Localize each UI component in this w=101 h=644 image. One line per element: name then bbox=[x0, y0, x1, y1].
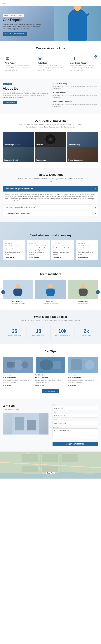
tip-card-2: Post 4 Headline Post 4 Headline Sample s… bbox=[68, 357, 98, 386]
faq-chevron-1: ∨ bbox=[95, 206, 96, 208]
faq-question-0[interactable]: Shockabsorber Repair through the lift? ∧ bbox=[3, 186, 98, 192]
tips-button-area: LEARN MORE bbox=[3, 389, 98, 393]
svg-rect-48 bbox=[62, 454, 78, 462]
testimonial-author-2: Sam Perry bbox=[53, 256, 72, 258]
expertise-grid: Filter Change Service Tire Care Power St… bbox=[3, 132, 98, 162]
tip-read-1[interactable]: READ MORE bbox=[35, 385, 44, 386]
about-item-2: Leading Auto Specialist Sample click. Cl… bbox=[52, 101, 98, 108]
expertise-item-5: Engine Diagnostics bbox=[67, 147, 98, 162]
stats-grid: 25 Years of experience 18 Amazing employ… bbox=[3, 326, 98, 339]
form-name-input[interactable] bbox=[53, 406, 98, 410]
special-title: What Makes Us Special bbox=[3, 315, 98, 318]
stat-label-0: Years of experience bbox=[5, 334, 24, 336]
stat-number-0: 25 bbox=[5, 328, 24, 334]
svg-point-3 bbox=[39, 58, 41, 59]
about-item-title-0: Modern Workshop bbox=[52, 83, 98, 85]
quote-icon: " bbox=[3, 229, 98, 233]
about-left: ABOUT US About Us Sample click. Click to… bbox=[3, 83, 49, 110]
tip-desc-0: Sample small text: Lorem ipsum dolor sit… bbox=[3, 379, 33, 383]
menu-icon[interactable]: ☰ bbox=[96, 1, 98, 4]
form-phone-label: Phone bbox=[53, 419, 98, 420]
service-card-2: Auto Glass Repair Sample click. Click to… bbox=[68, 54, 98, 73]
stat-number-2: 10k bbox=[53, 328, 72, 334]
expertise-item-1: Tire Care bbox=[35, 132, 66, 147]
team-role-0: Automotive Technician bbox=[3, 303, 33, 304]
team-next-arrow[interactable]: › bbox=[96, 290, 100, 294]
hero-description: Duis aute irure dolor in reprehenderit i… bbox=[3, 23, 43, 30]
tip-read-0[interactable]: READ MORE bbox=[3, 385, 12, 386]
about-right: Modern Workshop Sample click. Click to s… bbox=[52, 83, 98, 110]
service-card-0: Auto Repair Sample click. Click to selec… bbox=[3, 54, 33, 73]
svg-rect-29 bbox=[53, 361, 61, 369]
testimonials-header: " Read what our customers say bbox=[3, 229, 98, 237]
tip-read-2[interactable]: READ MORE bbox=[68, 385, 77, 386]
form-message-group: Message bbox=[53, 426, 98, 440]
svg-rect-47 bbox=[42, 454, 58, 462]
map-section: New York bbox=[0, 452, 101, 478]
write-title: Write Us bbox=[3, 404, 48, 408]
expertise-sub: Lorem ipsum dolor sit amet, consectetur … bbox=[17, 123, 84, 128]
testimonial-text-3: Proin sed libero enim sed faucibus turpi… bbox=[78, 245, 97, 255]
stat-number-1: 18 bbox=[29, 328, 48, 334]
tip-card-0: Post 4 Headline Post 4 Headline Sample s… bbox=[3, 357, 33, 386]
svg-rect-25 bbox=[7, 362, 15, 368]
testimonials-grid: ★★★★★ Proin sed libero enim sed faucibus… bbox=[3, 240, 98, 260]
svg-rect-20 bbox=[80, 289, 87, 296]
stat-label-1: Amazing employees bbox=[29, 334, 48, 336]
tip-card-1: Post 5 Headline Post 5 Headline Sample s… bbox=[35, 357, 66, 386]
svg-rect-21 bbox=[79, 290, 80, 294]
expertise-label-1: Tire Care bbox=[36, 144, 43, 146]
testimonial-text-2: Proin sed libero enim sed faucibus turpi… bbox=[53, 245, 72, 255]
faq-title: Facts & Questions bbox=[3, 173, 98, 176]
team-prev-arrow[interactable]: ‹ bbox=[1, 290, 5, 294]
form-submit-button[interactable]: SEND YOUR MESSAGE bbox=[53, 442, 98, 446]
hero-button[interactable]: MAKE A CAR INSPECTION bbox=[3, 32, 27, 36]
mechanic-arm bbox=[83, 13, 90, 17]
hero-title: Car Repair bbox=[3, 18, 43, 22]
logo: logo bbox=[3, 2, 6, 4]
form-message-textarea[interactable] bbox=[53, 428, 98, 439]
tip-img-0 bbox=[3, 357, 33, 373]
about-item-desc-0: Sample click. Click to select the Text E… bbox=[52, 85, 98, 90]
tip-img-2 bbox=[68, 357, 98, 373]
testimonial-author-0: Colin Needs bbox=[4, 256, 23, 258]
tips-section: Car Tips Post 4 Headline Post 4 Headline… bbox=[0, 344, 101, 399]
services-title: Our services include bbox=[3, 46, 98, 50]
faq-question-1[interactable]: How does the rectification of defects wo… bbox=[3, 204, 98, 210]
testimonial-card-0: ★★★★★ Proin sed libero enim sed faucibus… bbox=[3, 240, 25, 260]
about-button[interactable]: LEARN MORE bbox=[3, 101, 17, 104]
team-photo-2 bbox=[68, 280, 98, 299]
svg-point-2 bbox=[8, 60, 8, 60]
form-email-label: Email bbox=[53, 412, 98, 413]
expertise-overlay-5: Engine Diagnostics bbox=[67, 147, 98, 162]
faq-question-2[interactable]: Compensation from the workshop? ∨ bbox=[3, 211, 98, 216]
faq-sub: Sample click. Click to select the Text E… bbox=[17, 177, 84, 182]
about-item-desc-2: Sample click. Click to select the Text E… bbox=[52, 103, 98, 108]
mechanic-head bbox=[74, 6, 81, 11]
team-name-0: Nat Reynolds bbox=[3, 300, 33, 302]
about-item-1: Selected Workers Sample click. Click to … bbox=[52, 92, 98, 98]
tip-tag-2: Post 4 Headline bbox=[68, 374, 98, 376]
tips-title: Car Tips bbox=[3, 350, 98, 353]
testimonial-text-0: Proin sed libero enim sed faucibus turpi… bbox=[4, 245, 23, 255]
form-email-input[interactable] bbox=[53, 414, 98, 418]
expertise-label-3: Suspension Repair bbox=[4, 159, 18, 161]
expertise-overlay-4: Transmission bbox=[35, 147, 66, 162]
svg-rect-31 bbox=[71, 360, 82, 370]
tip-title-2: Post 4 Headline bbox=[68, 376, 98, 378]
form-phone-group: Phone bbox=[53, 419, 98, 425]
expertise-title: Our Areas of Expertise bbox=[3, 119, 98, 122]
team-section: Team members ‹ Nat Reynolds Automotive T… bbox=[0, 267, 101, 310]
stat-item-0: 25 Years of experience bbox=[3, 326, 27, 339]
tips-learn-more-button[interactable]: LEARN MORE bbox=[42, 389, 59, 393]
team-name-2: Mila Parker bbox=[68, 300, 98, 302]
form-phone-input[interactable] bbox=[53, 421, 98, 425]
service-desc-0: Sample click. Click to select the Text E… bbox=[5, 65, 31, 71]
form-name-label: Name bbox=[53, 404, 98, 406]
expertise-label-2: Power Steering bbox=[68, 144, 80, 146]
stat-number-3: 2k bbox=[77, 328, 96, 334]
stat-item-1: 18 Amazing employees bbox=[27, 326, 51, 339]
services-grid: Auto Repair Sample click. Click to selec… bbox=[3, 54, 98, 73]
team-card-0: Nat Reynolds Automotive Technician bbox=[3, 280, 33, 304]
form-message-label: Message bbox=[53, 426, 98, 428]
